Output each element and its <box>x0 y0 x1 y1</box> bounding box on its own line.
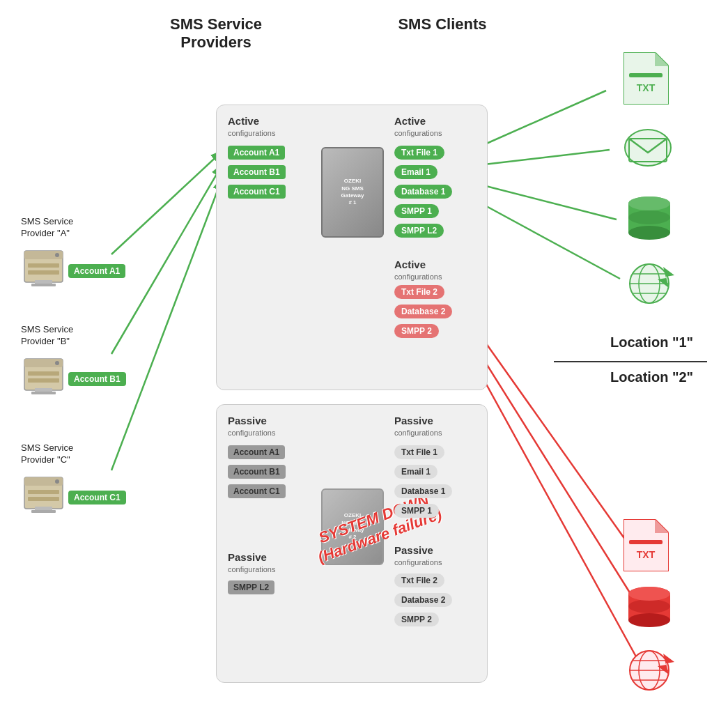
server-icon-a <box>21 244 66 289</box>
svg-rect-33 <box>629 73 663 77</box>
smpp-icon-loc1 <box>627 261 679 309</box>
passive-label-2: Passive <box>228 551 267 563</box>
svg-point-40 <box>628 210 670 224</box>
account-c1-badge: Account C1 <box>228 185 286 199</box>
svg-line-5 <box>472 183 617 219</box>
passive-smppl2: SMPP L2 <box>228 580 274 594</box>
passive2-clients-label: Passive <box>394 544 433 556</box>
svg-point-39 <box>628 226 670 240</box>
svg-point-53 <box>628 613 670 627</box>
svg-line-6 <box>472 199 620 279</box>
txt-icon-loc1: TXT <box>624 52 669 107</box>
passive-sub-1: configurations <box>228 429 276 437</box>
active-label-1: Active <box>228 115 259 127</box>
email-green <box>624 129 672 167</box>
passive-clients-sub: configurations <box>394 429 442 437</box>
svg-line-2 <box>111 180 222 470</box>
gateway1-box: Active configurations Account A1 Account… <box>216 105 488 390</box>
smpp1-badge: SMPP 1 <box>394 204 439 218</box>
smpp-icon-loc2 <box>627 648 679 696</box>
svg-point-28 <box>55 479 59 484</box>
server-icon-b <box>21 352 66 397</box>
passive-account-c1: Account C1 <box>228 484 286 498</box>
svg-marker-32 <box>655 52 669 66</box>
svg-rect-19 <box>28 371 59 376</box>
svg-rect-23 <box>31 392 56 394</box>
svg-point-21 <box>55 361 59 365</box>
active2-sub: configurations <box>394 272 442 281</box>
txtfile1-badge: Txt File 1 <box>394 146 444 160</box>
server-icon-c <box>21 470 66 516</box>
svg-rect-13 <box>28 270 59 275</box>
provider-a: SMS ServiceProvider "A" Account A1 <box>21 216 78 306</box>
svg-point-41 <box>628 197 670 210</box>
passive-clients-label: Passive <box>394 415 433 426</box>
provider-c: SMS ServiceProvider "C" Account C1 <box>21 442 79 532</box>
diagram: SMS Service Providers SMS Clients Active… <box>0 0 728 724</box>
location2-label: Location "2" <box>610 369 693 385</box>
passive-account-b1: Account B1 <box>228 465 286 479</box>
svg-rect-16 <box>31 284 56 286</box>
provider-a-account: Account A1 <box>68 264 125 278</box>
passive-database1: Database 1 <box>394 484 452 498</box>
svg-line-3 <box>472 91 606 150</box>
email-icon-loc1 <box>624 129 672 170</box>
clients-header: SMS Clients <box>397 15 488 33</box>
txt-icon-loc2: TXT <box>624 519 669 574</box>
smpp-green <box>627 261 679 307</box>
svg-point-35 <box>625 130 671 166</box>
svg-point-14 <box>55 253 59 257</box>
svg-rect-15 <box>35 280 52 284</box>
passive2-clients-sub: configurations <box>394 558 442 567</box>
svg-rect-30 <box>31 510 56 513</box>
svg-text:TXT: TXT <box>637 82 656 93</box>
svg-marker-48 <box>655 519 669 533</box>
svg-rect-29 <box>35 507 52 510</box>
active-sub-1: configurations <box>228 129 276 137</box>
smpp-red <box>627 648 679 693</box>
passive-txtfile1: Txt File 1 <box>394 445 444 459</box>
provider-b: SMS ServiceProvider "B" Account B1 <box>21 324 79 414</box>
database2-active-badge: Database 2 <box>394 305 452 318</box>
svg-rect-49 <box>629 540 663 544</box>
svg-rect-22 <box>35 388 52 392</box>
txtfile2-active-badge: Txt File 2 <box>394 285 444 299</box>
active-clients-label: Active <box>394 115 426 127</box>
location-divider <box>554 361 707 362</box>
svg-rect-20 <box>28 378 59 383</box>
passive-account-a1: Account A1 <box>228 445 285 459</box>
account-b1-badge: Account B1 <box>228 165 286 179</box>
passive-smpp2: SMPP 2 <box>394 613 439 626</box>
email1-badge: Email 1 <box>394 165 437 179</box>
passive-email1: Email 1 <box>394 465 437 479</box>
smpp2-active-badge: SMPP 2 <box>394 324 439 338</box>
passive-label-1: Passive <box>228 415 267 426</box>
svg-line-0 <box>111 152 222 254</box>
account-a1-badge: Account A1 <box>228 146 285 160</box>
passive-sub-2: configurations <box>228 565 276 573</box>
svg-rect-26 <box>28 490 59 494</box>
passive-txtfile2: Txt File 2 <box>394 573 444 587</box>
database-icon-loc2 <box>627 585 672 637</box>
db-green <box>627 195 672 247</box>
passive-smpp1: SMPP 1 <box>394 504 439 518</box>
providers-header: SMS Service Providers <box>153 15 279 52</box>
gateway2-box: Passive configurations Account A1 Accoun… <box>216 404 488 683</box>
active2-label: Active <box>394 259 426 270</box>
smppl2-badge: SMPP L2 <box>394 224 444 238</box>
passive-database2: Database 2 <box>394 593 452 607</box>
database1-badge: Database 1 <box>394 185 452 199</box>
svg-line-7 <box>472 324 630 547</box>
txt-file-red: TXT <box>624 519 669 571</box>
db-red <box>627 585 672 634</box>
provider-c-account: Account C1 <box>68 491 126 505</box>
svg-line-9 <box>472 359 641 665</box>
svg-point-54 <box>628 599 670 613</box>
active-clients-sub: configurations <box>394 129 442 137</box>
txt-file-green: TXT <box>624 52 669 105</box>
svg-text:TXT: TXT <box>637 549 656 560</box>
svg-line-1 <box>111 166 222 354</box>
svg-line-4 <box>472 150 610 166</box>
provider-b-account: Account B1 <box>68 372 126 386</box>
database-icon-loc1 <box>627 195 672 250</box>
